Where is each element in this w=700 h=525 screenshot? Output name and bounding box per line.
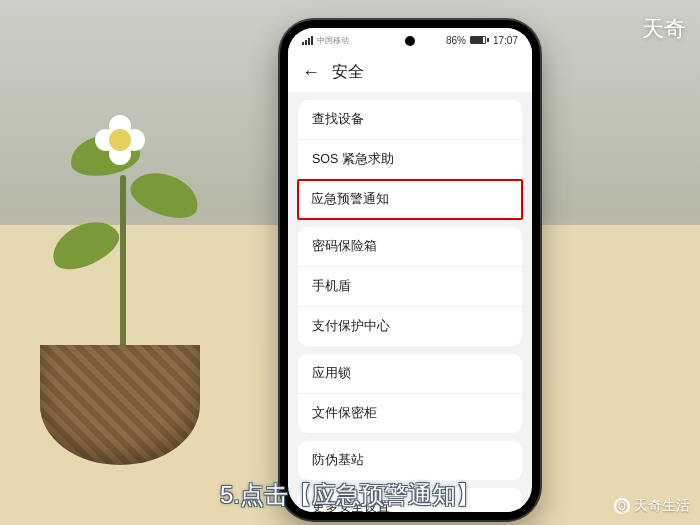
settings-row[interactable]: 文件保密柜 xyxy=(298,394,522,433)
watermark-top-right: 天奇 xyxy=(642,14,686,44)
carrier-label: 中国移动 xyxy=(317,35,349,46)
settings-row-label: 支付保护中心 xyxy=(312,318,390,335)
page-title: 安全 xyxy=(332,62,364,83)
settings-row[interactable]: 密码保险箱 xyxy=(298,227,522,267)
settings-row-label: 密码保险箱 xyxy=(312,238,377,255)
settings-row-label: 查找设备 xyxy=(312,111,364,128)
settings-row-label: SOS 紧急求助 xyxy=(312,151,394,168)
tutorial-scene: 中国移动 86% 17:07 ← 安全 查找设备SOS 紧急求助应急预警通知密码… xyxy=(0,0,700,525)
step-caption: 5.点击【应急预警通知】 xyxy=(220,479,480,511)
settings-row-label: 应急预警通知 xyxy=(311,191,389,208)
watermark-br-text: 天奇生活 xyxy=(634,497,690,515)
settings-row[interactable]: SOS 紧急求助 xyxy=(298,140,522,180)
settings-row[interactable]: 支付保护中心 xyxy=(298,307,522,346)
settings-row[interactable]: 手机盾 xyxy=(298,267,522,307)
watermark-logo-icon: Q xyxy=(614,498,630,514)
settings-content[interactable]: 查找设备SOS 紧急求助应急预警通知密码保险箱手机盾支付保护中心应用锁文件保密柜… xyxy=(288,92,532,512)
phone-screen: 中国移动 86% 17:07 ← 安全 查找设备SOS 紧急求助应急预警通知密码… xyxy=(288,28,532,512)
settings-group: 应用锁文件保密柜 xyxy=(298,354,522,433)
settings-row-label: 手机盾 xyxy=(312,278,351,295)
signal-icon xyxy=(302,36,313,45)
settings-row-label: 防伪基站 xyxy=(312,452,364,469)
clock: 17:07 xyxy=(493,35,518,46)
front-camera xyxy=(405,36,415,46)
settings-group: 防伪基站 xyxy=(298,441,522,480)
plant-decor xyxy=(40,165,220,465)
settings-group: 密码保险箱手机盾支付保护中心 xyxy=(298,227,522,346)
settings-row[interactable]: 查找设备 xyxy=(298,100,522,140)
phone-frame: 中国移动 86% 17:07 ← 安全 查找设备SOS 紧急求助应急预警通知密码… xyxy=(280,20,540,520)
settings-row[interactable]: 应用锁 xyxy=(298,354,522,394)
watermark-bottom-right: Q 天奇生活 xyxy=(614,497,690,515)
settings-group: 查找设备SOS 紧急求助应急预警通知 xyxy=(298,100,522,220)
back-icon[interactable]: ← xyxy=(302,63,320,81)
settings-row[interactable]: 防伪基站 xyxy=(298,441,522,480)
settings-row-label: 文件保密柜 xyxy=(312,405,377,422)
battery-pct: 86% xyxy=(446,35,466,46)
settings-row[interactable]: 应急预警通知 xyxy=(297,179,523,220)
page-header: ← 安全 xyxy=(288,52,532,92)
battery-icon xyxy=(470,36,489,44)
settings-row-label: 应用锁 xyxy=(312,365,351,382)
